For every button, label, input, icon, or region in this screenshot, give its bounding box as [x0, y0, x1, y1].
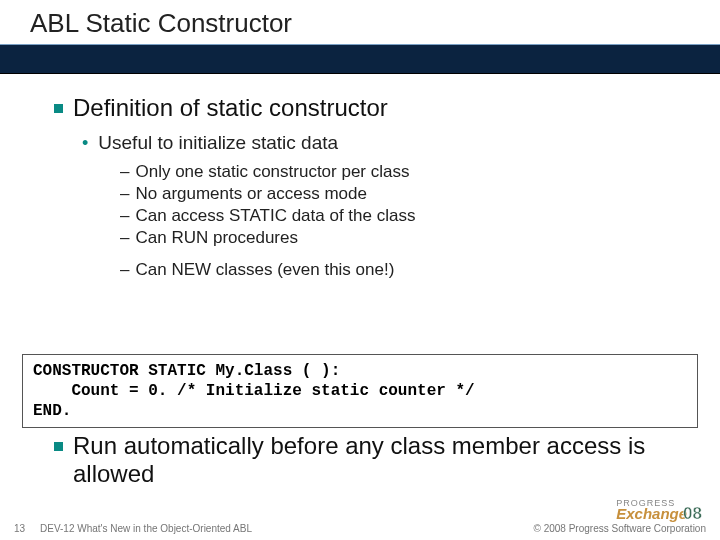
dash-bullet-icon: – — [120, 162, 129, 182]
footer-title: DEV-12 What's New in the Object-Oriented… — [40, 523, 252, 534]
bullet-level1: Run automatically before any class membe… — [54, 432, 690, 488]
content-block-2: Run automatically before any class membe… — [54, 432, 690, 498]
dot-bullet-icon: • — [82, 132, 88, 154]
code-text: CONSTRUCTOR STATIC My.Class ( ): Count =… — [33, 362, 475, 420]
slide-title: ABL Static Constructor — [30, 8, 292, 39]
dash-bullet-icon: – — [120, 206, 129, 226]
point-1: Only one static constructor per class — [135, 162, 409, 182]
section1-sub: Useful to initialize static data — [98, 132, 338, 154]
dash-bullet-icon: – — [120, 228, 129, 248]
point-3: Can access STATIC data of the class — [135, 206, 415, 226]
title-underline-bar — [0, 44, 720, 74]
code-block: CONSTRUCTOR STATIC My.Class ( ): Count =… — [22, 354, 698, 428]
page-number: 13 — [14, 523, 25, 534]
section1-heading: Definition of static constructor — [73, 94, 388, 122]
copyright-text: © 2008 Progress Software Corporation — [534, 523, 706, 534]
bullet-level3: – Can access STATIC data of the class — [120, 206, 690, 226]
content-block-1: Definition of static constructor • Usefu… — [54, 94, 690, 282]
bullet-level3: – Only one static constructor per class — [120, 162, 690, 182]
footer: 13 DEV-12 What's New in the Object-Orien… — [0, 514, 720, 536]
point-2: No arguments or access mode — [135, 184, 367, 204]
dash-bullet-icon: – — [120, 184, 129, 204]
bullet-level3: – No arguments or access mode — [120, 184, 690, 204]
square-bullet-icon — [54, 104, 63, 113]
title-area: ABL Static Constructor — [0, 0, 720, 72]
point-4: Can RUN procedures — [135, 228, 298, 248]
bullet-level2: • Useful to initialize static data — [82, 132, 690, 154]
point-5: Can NEW classes (even this one!) — [135, 260, 394, 280]
section2-heading: Run automatically before any class membe… — [73, 432, 690, 488]
dash-bullet-icon: – — [120, 260, 129, 280]
bullet-level1: Definition of static constructor — [54, 94, 690, 122]
square-bullet-icon — [54, 442, 63, 451]
bullet-level3: – Can RUN procedures — [120, 228, 690, 248]
bullet-level3: – Can NEW classes (even this one!) — [120, 260, 690, 280]
